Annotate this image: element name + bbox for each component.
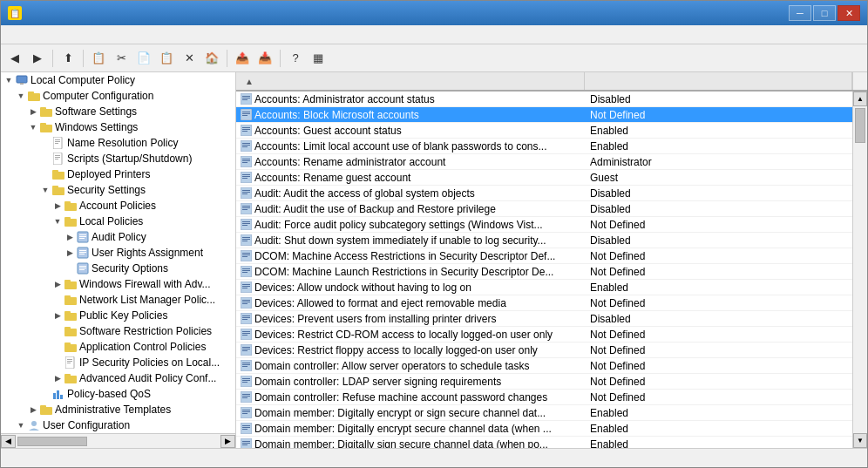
maximize-button[interactable]: □	[813, 5, 836, 21]
policy-column-header[interactable]: ▲	[236, 72, 585, 90]
tree-item-advanced-audit[interactable]: ▶Advanced Audit Policy Conf...	[1, 370, 235, 386]
setting-column-header[interactable]	[585, 72, 852, 90]
svg-rect-105	[242, 256, 248, 257]
tree-hscrollbar[interactable]: ◀ ▶	[1, 433, 235, 448]
forward-button[interactable]: ▶	[27, 48, 48, 69]
menu-action[interactable]	[18, 33, 32, 37]
list-item[interactable]: Audit: Force audit policy subcategory se…	[236, 217, 852, 233]
menu-view[interactable]	[32, 33, 46, 37]
list-item[interactable]: Accounts: Rename administrator accountAd…	[236, 154, 852, 170]
properties-button[interactable]: 🏠	[201, 48, 222, 69]
tree-item-local-policies[interactable]: ▼Local Policies	[1, 214, 235, 229]
tree-content[interactable]: ▼Local Computer Policy▼Computer Configur…	[1, 72, 235, 433]
tree-item-software-settings[interactable]: ▶Software Settings	[1, 104, 235, 119]
list-item[interactable]: Accounts: Rename guest accountGuest	[236, 170, 852, 186]
list-item[interactable]: Domain controller: LDAP server signing r…	[236, 374, 852, 390]
list-item[interactable]: Audit: Audit the use of Backup and Resto…	[236, 201, 852, 217]
svg-rect-101	[242, 241, 248, 241]
expand-icon-public-key-policies[interactable]: ▶	[51, 311, 64, 320]
expand-icon-computer-configuration[interactable]: ▼	[15, 92, 27, 100]
show-hide-button[interactable]: 📋	[88, 48, 109, 69]
export-button[interactable]: 📤	[232, 48, 253, 69]
list-item[interactable]: DCOM: Machine Launch Restrictions in Sec…	[236, 264, 852, 280]
tree-item-user-configuration[interactable]: ▼User Configuration	[1, 417, 235, 433]
tree-item-policy-qos[interactable]: Policy-based QoS	[1, 386, 235, 402]
list-item[interactable]: Domain member: Digitally encrypt or sign…	[236, 405, 852, 421]
svg-rect-146	[241, 423, 252, 434]
list-item[interactable]: Accounts: Administrator account statusDi…	[236, 92, 852, 107]
list-item[interactable]: DCOM: Machine Access Restrictions in Sec…	[236, 248, 852, 264]
list-item[interactable]: Domain member: Digitally encrypt secure …	[236, 421, 852, 437]
menu-file[interactable]	[4, 33, 18, 37]
tree-item-scripts[interactable]: Scripts (Startup/Shutdown)	[1, 151, 235, 166]
tree-item-computer-configuration[interactable]: ▼Computer Configuration	[1, 88, 235, 104]
tree-item-windows-settings[interactable]: ▼Windows Settings	[1, 119, 235, 135]
list-item[interactable]: Audit: Shut down system immediately if u…	[236, 233, 852, 248]
scroll-right-btn[interactable]: ▶	[220, 435, 235, 448]
tree-item-app-control[interactable]: Application Control Policies	[1, 339, 235, 355]
view-button[interactable]: ▦	[308, 48, 329, 69]
tree-item-audit-policy[interactable]: ▶Audit Policy	[1, 229, 235, 245]
policy-name-cell: Accounts: Block Microsoft accounts	[236, 109, 585, 121]
back-button[interactable]: ◀	[4, 48, 25, 69]
expand-icon-advanced-audit[interactable]: ▶	[51, 374, 64, 383]
scroll-thumb[interactable]	[855, 108, 865, 143]
tree-item-user-rights[interactable]: ▶User Rights Assignment	[1, 245, 235, 261]
expand-icon-audit-policy[interactable]: ▶	[64, 233, 76, 241]
list-item[interactable]: Domain member: Digitally sign secure cha…	[236, 437, 852, 448]
svg-rect-152	[242, 443, 250, 444]
list-item[interactable]: Accounts: Block Microsoft accountsNot De…	[236, 107, 852, 123]
minimize-button[interactable]: ─	[789, 5, 811, 21]
hscroll-thumb[interactable]	[17, 437, 87, 446]
list-item[interactable]: Domain controller: Allow server operator…	[236, 358, 852, 374]
svg-rect-138	[241, 391, 252, 403]
expand-icon-software-settings[interactable]: ▶	[27, 107, 39, 116]
vscrollbar[interactable]: ▲ ▼	[852, 92, 867, 448]
copy-button[interactable]: 📄	[133, 48, 154, 69]
scroll-left-btn[interactable]: ◀	[1, 435, 16, 448]
expand-icon-local-policies[interactable]: ▼	[51, 217, 64, 226]
list-content[interactable]: Accounts: Administrator account statusDi…	[236, 92, 852, 448]
tree-item-network-list[interactable]: Network List Manager Polic...	[1, 292, 235, 308]
tree-item-security-settings[interactable]: ▼Security Settings	[1, 182, 235, 198]
list-item[interactable]: Devices: Restrict floppy access to local…	[236, 343, 852, 358]
expand-icon-admin-templates[interactable]: ▶	[27, 405, 39, 414]
tree-item-deployed-printers[interactable]: Deployed Printers	[1, 166, 235, 182]
list-item[interactable]: Devices: Allowed to format and eject rem…	[236, 295, 852, 311]
scroll-down-btn[interactable]: ▼	[853, 433, 867, 448]
tree-item-windows-firewall[interactable]: ▶Windows Firewall with Adv...	[1, 276, 235, 292]
tree-item-local-computer-policy[interactable]: ▼Local Computer Policy	[1, 72, 235, 88]
tree-item-public-key-policies[interactable]: ▶Public Key Policies	[1, 308, 235, 323]
tree-item-account-policies[interactable]: ▶Account Policies	[1, 198, 235, 214]
tree-item-security-options[interactable]: Security Options	[1, 261, 235, 276]
list-item[interactable]: Devices: Restrict CD-ROM access to local…	[236, 327, 852, 343]
expand-icon-local-computer-policy[interactable]: ▼	[3, 76, 15, 85]
list-item[interactable]: Audit: Audit the access of global system…	[236, 186, 852, 201]
policy-name-cell: Accounts: Guest account status	[236, 125, 585, 137]
tree-item-admin-templates[interactable]: ▶Administrative Templates	[1, 402, 235, 417]
expand-icon-user-configuration[interactable]: ▼	[15, 421, 27, 430]
expand-icon-account-policies[interactable]: ▶	[51, 201, 64, 210]
help-button[interactable]: ?	[285, 48, 306, 69]
paste-button[interactable]: 📋	[156, 48, 177, 69]
expand-icon-windows-firewall[interactable]: ▶	[51, 280, 64, 288]
expand-icon-windows-settings[interactable]: ▼	[27, 123, 39, 132]
scroll-up-btn[interactable]: ▲	[853, 92, 867, 106]
list-item[interactable]: Accounts: Limit local account use of bla…	[236, 139, 852, 154]
menu-help[interactable]	[46, 33, 60, 37]
tree-item-ip-security[interactable]: IP Security Policies on Local...	[1, 355, 235, 370]
tree-item-name-resolution-policy[interactable]: Name Resolution Policy	[1, 135, 235, 151]
delete-button[interactable]: ✕	[179, 48, 200, 69]
expand-icon-user-rights[interactable]: ▶	[64, 248, 76, 257]
tree-item-software-restriction[interactable]: Software Restriction Policies	[1, 323, 235, 339]
list-item[interactable]: Devices: Prevent users from installing p…	[236, 311, 852, 327]
list-item[interactable]: Domain controller: Refuse machine accoun…	[236, 390, 852, 405]
up-button[interactable]: ⬆	[58, 48, 78, 69]
svg-rect-86	[241, 187, 252, 199]
import-button[interactable]: 📥	[254, 48, 275, 69]
list-item[interactable]: Devices: Allow undock without having to …	[236, 280, 852, 295]
close-button[interactable]: ✕	[837, 5, 860, 21]
expand-icon-security-settings[interactable]: ▼	[39, 186, 51, 194]
cut-button[interactable]: ✂	[111, 48, 132, 69]
list-item[interactable]: Accounts: Guest account statusEnabled	[236, 123, 852, 139]
